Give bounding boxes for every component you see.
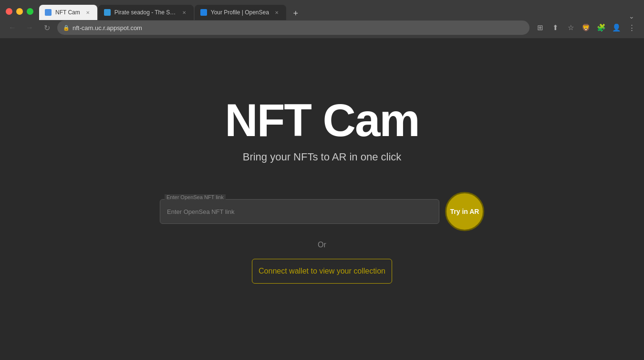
translate-icon[interactable]: ⊞ [533, 21, 547, 34]
url-text: nft-cam.uc.r.appspot.com [73, 24, 142, 32]
tab-opensea[interactable]: Your Profile | OpenSea ✕ [195, 5, 286, 20]
new-tab-button[interactable]: + [289, 7, 302, 20]
input-row: Enter OpenSea NFT link https://opensea.i… [160, 192, 484, 231]
tab-opensea-title: Your Profile | OpenSea [211, 9, 269, 16]
bookmark-icon[interactable]: ☆ [564, 21, 577, 34]
tab-sandbox[interactable]: Pirate seadog - The Sandbox / ✕ [98, 5, 194, 20]
tab-opensea-favicon [200, 9, 207, 16]
maximize-window-button[interactable] [27, 8, 33, 15]
traffic-lights [6, 8, 33, 15]
menu-icon[interactable]: ⋮ [625, 21, 638, 34]
tab-nft-cam-title: NFT Cam [55, 9, 80, 16]
address-bar-row: ← → ↻ 🔒 nft-cam.uc.r.appspot.com ⊞ ⬆ ☆ 🦁… [0, 18, 644, 38]
profile-icon[interactable]: 👤 [610, 21, 623, 34]
back-button[interactable]: ← [6, 21, 19, 34]
tab-expand-button[interactable]: ⌄ [625, 12, 638, 20]
minimize-window-button[interactable] [16, 8, 23, 15]
nft-input-wrapper: Enter OpenSea NFT link https://opensea.i… [160, 199, 439, 224]
tab-nft-cam-favicon [45, 9, 52, 16]
tabs-container: NFT Cam ✕ Pirate seadog - The Sandbox / … [39, 3, 638, 20]
tab-sandbox-close[interactable]: ✕ [180, 9, 188, 16]
nft-link-input[interactable]: https://opensea.io/assets/0xa342f5d851e8… [160, 199, 439, 224]
input-label: Enter OpenSea NFT link [165, 194, 226, 200]
forward-button[interactable]: → [23, 21, 36, 34]
tab-opensea-close[interactable]: ✕ [273, 9, 280, 16]
connect-wallet-button[interactable]: Connect wallet to view your collection [252, 259, 392, 284]
tab-sandbox-title: Pirate seadog - The Sandbox / [114, 9, 177, 16]
tab-nft-cam[interactable]: NFT Cam ✕ [39, 5, 97, 20]
share-icon[interactable]: ⬆ [549, 21, 562, 34]
address-bar[interactable]: 🔒 nft-cam.uc.r.appspot.com [57, 21, 530, 35]
close-window-button[interactable] [6, 8, 12, 15]
brave-icon[interactable]: 🦁 [579, 21, 592, 34]
toolbar-icons: ⊞ ⬆ ☆ 🦁 🧩 👤 ⋮ [533, 21, 638, 34]
tab-nft-cam-close[interactable]: ✕ [84, 9, 92, 16]
lock-icon: 🔒 [63, 25, 70, 31]
reload-button[interactable]: ↻ [40, 21, 53, 34]
browser-chrome: NFT Cam ✕ Pirate seadog - The Sandbox / … [0, 0, 644, 38]
or-divider: Or [318, 241, 326, 249]
tab-sandbox-favicon [104, 9, 111, 16]
app-subtitle: Bring your NFTs to AR in one click [243, 151, 402, 163]
app-title: NFT Cam [225, 97, 419, 143]
page-content: NFT Cam Bring your NFTs to AR in one cli… [0, 38, 644, 343]
extensions-icon[interactable]: 🧩 [594, 21, 608, 34]
try-ar-button[interactable]: Try in AR [445, 192, 484, 231]
title-bar: NFT Cam ✕ Pirate seadog - The Sandbox / … [0, 0, 644, 18]
